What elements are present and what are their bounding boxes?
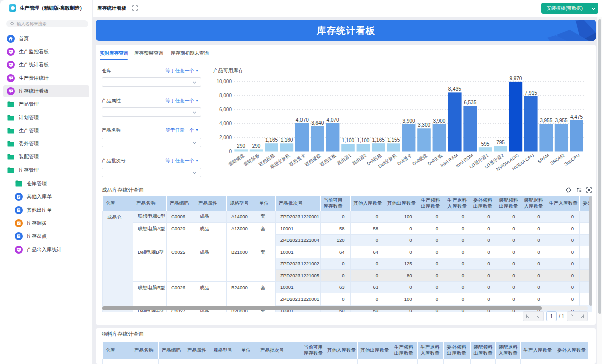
- svg-text:4,000: 4,000: [219, 121, 232, 126]
- svg-text:1,165: 1,165: [265, 137, 278, 143]
- svg-text:6,535: 6,535: [464, 100, 476, 105]
- svg-text:联想硬盘: 联想硬盘: [304, 153, 322, 167]
- svg-text:3,955: 3,955: [540, 118, 552, 123]
- svg-text:产品可用库存: 产品可用库存: [213, 68, 243, 73]
- svg-text:Dell硬盘: Dell硬盘: [411, 153, 428, 166]
- svg-text:290: 290: [252, 143, 261, 149]
- svg-text:4,070: 4,070: [296, 117, 309, 123]
- svg-text:0: 0: [229, 149, 232, 154]
- svg-text:8,000: 8,000: [219, 93, 232, 98]
- svg-text:1,165: 1,165: [372, 137, 385, 143]
- svg-text:3,900: 3,900: [403, 118, 415, 124]
- svg-text:雷蛇鼠标: 雷蛇鼠标: [243, 153, 260, 167]
- svg-text:SRAM: SRAM: [537, 153, 550, 164]
- svg-text:4,070: 4,070: [327, 117, 339, 123]
- svg-text:路由器2: 路由器2: [351, 153, 367, 166]
- svg-text:联想主板: 联想主板: [319, 153, 337, 167]
- svg-text:795: 795: [496, 140, 505, 145]
- svg-text:SROM2: SROM2: [549, 153, 565, 166]
- svg-text:1,100: 1,100: [357, 138, 369, 143]
- svg-text:Dell显卡: Dell显卡: [396, 153, 413, 166]
- svg-text:3,900: 3,900: [433, 118, 445, 124]
- svg-text:SupCPU: SupCPU: [563, 153, 580, 167]
- svg-text:290: 290: [237, 143, 245, 149]
- svg-text:1,100: 1,100: [342, 138, 354, 143]
- svg-text:雷蛇键盘: 雷蛇键盘: [228, 153, 245, 167]
- svg-text:595: 595: [481, 141, 490, 147]
- svg-text:9,970: 9,970: [509, 76, 522, 81]
- svg-text:1,160: 1,160: [280, 137, 293, 143]
- svg-text:3,300: 3,300: [418, 122, 430, 128]
- svg-text:路由器1: 路由器1: [336, 153, 352, 166]
- svg-text:7,915: 7,915: [525, 90, 537, 96]
- svg-text:6,000: 6,000: [219, 107, 232, 112]
- svg-text:3,955: 3,955: [555, 118, 568, 123]
- svg-text:10,000: 10,000: [216, 79, 232, 84]
- svg-text:联想显卡: 联想显卡: [288, 153, 306, 167]
- svg-text:3,640: 3,640: [311, 120, 324, 126]
- svg-text:8,435: 8,435: [448, 86, 461, 92]
- svg-text:2,000: 2,000: [219, 135, 232, 140]
- svg-text:4,475: 4,475: [570, 114, 583, 120]
- svg-text:1,155: 1,155: [387, 137, 400, 143]
